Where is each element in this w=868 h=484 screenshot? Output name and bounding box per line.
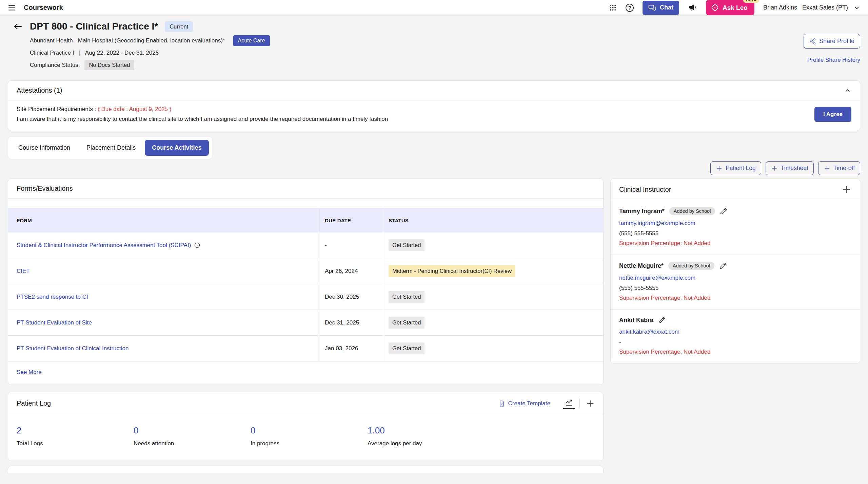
forms-evaluations-title: Forms/Evaluations (17, 185, 73, 192)
chat-button[interactable]: Chat (643, 1, 679, 15)
menu-icon[interactable] (7, 3, 16, 12)
chevron-up-icon[interactable] (844, 87, 851, 94)
share-profile-button[interactable]: Share Profile (804, 34, 860, 49)
instructor-name: Ankit Kabra (619, 317, 653, 324)
add-time-off-button[interactable]: Time-off (818, 161, 860, 175)
beta-badge: BETA (743, 0, 759, 3)
forms-table-header: FORM DUE DATE STATUS (8, 208, 603, 232)
add-patient-log-button[interactable]: Patient Log (710, 161, 761, 175)
instructor-item: Nettie Mcguire* Added by School nettie.m… (611, 255, 860, 309)
forms-evaluations-card: Forms/Evaluations FORM DUE DATE STATUS S… (8, 179, 604, 385)
course-title: DPT 800 - Clinical Practice I* (30, 21, 158, 32)
instructor-email-link[interactable]: tammy.ingram@example.com (619, 220, 851, 227)
instructor-name: Nettie Mcguire* (619, 262, 664, 269)
edit-pencil-icon[interactable] (719, 262, 727, 269)
date-range: Aug 22, 2022 - Dec 31, 2025 (85, 50, 159, 56)
chat-icon (648, 4, 656, 12)
due-date-cell: Jan 03, 2026 (319, 336, 383, 361)
attestation-text: Site Placement Requirements : ( Due date… (17, 106, 388, 123)
compliance-status-badge: No Docs Started (84, 60, 134, 70)
table-row: PTSE2 send response to CI Dec 30, 2025 G… (8, 284, 603, 310)
i-agree-button[interactable]: I Agree (814, 107, 851, 122)
user-menu[interactable]: Brian Adkins Exxat Sales (PT) (763, 4, 861, 12)
leo-logo-icon (711, 3, 719, 12)
column-header-due-date: DUE DATE (319, 208, 383, 232)
plus-icon (824, 165, 830, 172)
edit-pencil-icon[interactable] (658, 316, 666, 324)
apps-grid-icon[interactable] (609, 4, 617, 12)
compliance-label: Compliance Status: (30, 62, 80, 69)
chevron-down-icon[interactable] (853, 4, 861, 12)
instructor-name: Tammy Ingram* (619, 208, 665, 215)
attestation-due-date: ( Due date : August 9, 2025 ) (98, 106, 171, 112)
profile-share-history-link[interactable]: Profile Share History (807, 57, 860, 63)
course-header: DPT 800 - Clinical Practice I* Current A… (0, 16, 868, 75)
form-link[interactable]: CIET (17, 268, 30, 275)
patient-log-stats: 2 Total Logs 0 Needs attention 0 In prog… (8, 415, 603, 461)
form-link[interactable]: Student & Clinical Instructor Performanc… (17, 242, 200, 249)
next-card-top (8, 466, 604, 473)
create-template-link[interactable]: Create Template (498, 400, 550, 407)
back-arrow-icon[interactable] (13, 21, 23, 32)
added-by-school-badge: Added by School (668, 262, 714, 270)
stat-in-progress: 0 In progress (251, 425, 368, 447)
add-patient-log-label: Patient Log (726, 165, 756, 172)
add-instructor-icon[interactable] (842, 185, 851, 194)
chat-button-label: Chat (660, 4, 673, 11)
instructor-item: Tammy Ingram* Added by School tammy.ingr… (611, 200, 860, 255)
patient-log-card: Patient Log Create Template (8, 392, 604, 461)
trend-chart-icon[interactable] (563, 398, 575, 409)
instructor-phone: - (619, 339, 851, 346)
form-link[interactable]: PT Student Evaluation of Site (17, 319, 92, 326)
due-date-cell: Dec 30, 2025 (319, 284, 383, 310)
add-timesheet-button[interactable]: Timesheet (766, 161, 814, 175)
clinical-instructor-card: Clinical Instructor Tammy Ingram* Added … (610, 179, 860, 364)
status-badge: Get Started (389, 291, 425, 303)
stat-average-logs: 1.00 Average logs per day (368, 425, 422, 447)
instructor-email-link[interactable]: nettie.mcguire@example.com (619, 275, 851, 281)
due-date-cell: Apr 26, 2024 (319, 258, 383, 284)
status-badge: Get Started (389, 342, 425, 354)
current-badge: Current (165, 21, 193, 32)
separator: | (79, 50, 80, 56)
top-bar: Coursework ? Chat (0, 0, 868, 16)
due-date-cell: Dec 31, 2025 (319, 310, 383, 335)
due-date-cell: - (319, 232, 383, 258)
ask-leo-button[interactable]: Ask Leo BETA (706, 0, 754, 15)
added-by-school-badge: Added by School (669, 207, 715, 215)
supervision-percentage: Supervision Percentage: Not Added (619, 349, 851, 355)
attestation-requirement-label: Site Placement Requirements : (17, 106, 96, 112)
tab-placement-details[interactable]: Placement Details (79, 140, 143, 156)
help-icon[interactable]: ? (626, 4, 634, 12)
instructor-email-link[interactable]: ankit.kabra@exxat.com (619, 329, 851, 335)
stat-total-logs: 2 Total Logs (17, 425, 134, 447)
create-template-label: Create Template (508, 400, 550, 407)
add-patient-log-icon[interactable] (586, 399, 595, 408)
ask-leo-label: Ask Leo (723, 4, 748, 12)
status-badge: Midterm - Pending Clinical Instructor(CI… (389, 265, 515, 277)
course-tabs: Course Information Placement Details Cou… (8, 136, 212, 159)
tab-course-information[interactable]: Course Information (11, 140, 77, 156)
plus-icon (771, 165, 778, 172)
site-name: Abundant Health - Main Hospital (Geocodi… (30, 37, 225, 44)
form-link[interactable]: PTSE2 send response to CI (17, 294, 88, 300)
edit-pencil-icon[interactable] (720, 207, 727, 215)
instructor-phone: (555) 555-5555 (619, 285, 851, 292)
page-title: Coursework (24, 4, 63, 12)
attestations-title: Attestations (1) (17, 87, 62, 94)
share-icon (809, 38, 816, 45)
attestations-card: Attestations (1) Site Placement Requirem… (8, 80, 860, 131)
tab-course-activities[interactable]: Course Activities (145, 140, 209, 156)
add-time-off-label: Time-off (833, 165, 855, 172)
megaphone-icon[interactable] (688, 3, 697, 12)
patient-log-title: Patient Log (17, 399, 51, 407)
info-icon[interactable] (194, 242, 200, 248)
user-name: Brian Adkins (763, 4, 797, 11)
see-more-link[interactable]: See More (8, 361, 603, 385)
instructor-item: Ankit Kabra ankit.kabra@exxat.com - Supe… (611, 309, 860, 363)
share-profile-label: Share Profile (819, 38, 854, 45)
status-badge: Get Started (389, 239, 425, 251)
stat-needs-attention: 0 Needs attention (134, 425, 251, 447)
add-timesheet-label: Timesheet (781, 165, 808, 172)
form-link[interactable]: PT Student Evaluation of Clinical Instru… (17, 345, 129, 352)
